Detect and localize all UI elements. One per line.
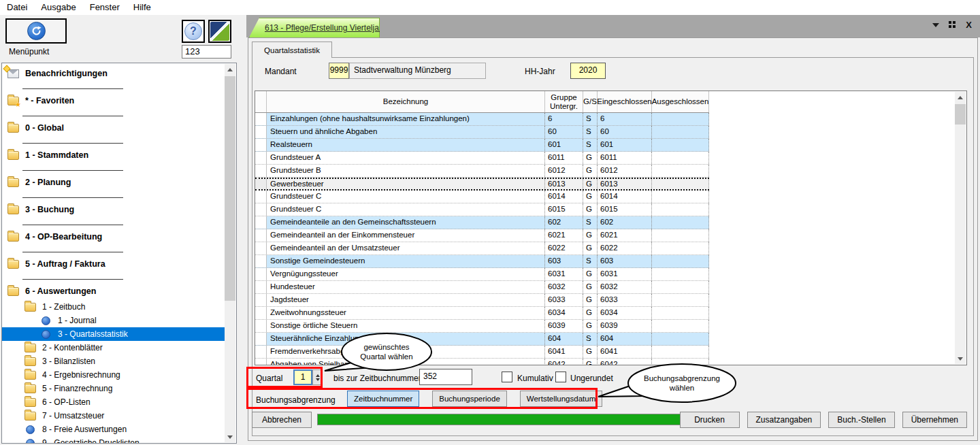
menu-item-ausgabe[interactable]: Ausgabe (34, 0, 82, 14)
cell-ausgeschlossen[interactable] (652, 294, 709, 306)
tab-list-dropdown-icon[interactable] (932, 23, 939, 27)
cell-ausgeschlossen[interactable] (652, 255, 709, 267)
table-row[interactable]: Grundsteuer C6015G6015 (255, 203, 709, 216)
cell-gruppe[interactable]: 6032 (545, 281, 583, 293)
sidebar-item-9-gesetzliche-drucklisten[interactable]: 9 - Gesetzliche Drucklisten (2, 436, 225, 444)
cell-gruppe[interactable]: 6031 (545, 268, 583, 280)
mandant-code-field[interactable]: 9999 (329, 63, 349, 79)
cell-gruppe[interactable]: 6021 (545, 229, 583, 242)
cell-bezeichnung[interactable]: Grundsteuer C (267, 203, 545, 216)
cell-eingeschlossen[interactable]: 6032 (598, 281, 652, 293)
cell-eingeschlossen[interactable]: 6013 (598, 179, 652, 189)
sidebar-item-benachrichtigungen[interactable]: Benachrichtigungen (2, 66, 225, 93)
cell-gruppe[interactable]: 604 (545, 333, 583, 345)
cell-gruppe[interactable]: 60 (545, 126, 583, 138)
sidebar-item-5-auftrag-faktura[interactable]: 5 - Auftrag / Faktura (2, 257, 225, 284)
cell-gs[interactable]: G (583, 281, 598, 293)
sidebar-item-7-umsatzsteuer[interactable]: 7 - Umsatzsteuer (2, 409, 225, 423)
sidebar-item-6-op-listen[interactable]: 6 - OP-Listen (2, 395, 225, 409)
row-selector-cell[interactable] (255, 139, 267, 151)
spinner-down-icon[interactable] (316, 378, 320, 381)
menu-item-fenster[interactable]: Fenster (83, 0, 127, 14)
app-logo-button[interactable] (208, 20, 231, 43)
cell-eingeschlossen[interactable]: 602 (598, 216, 652, 229)
cell-gruppe[interactable]: 601 (545, 139, 583, 151)
cell-ausgeschlossen[interactable] (652, 307, 709, 319)
table-row[interactable]: Steuerähnliche Einzahlungen604S604 (255, 333, 709, 346)
row-selector-cell[interactable] (255, 191, 267, 203)
cell-gs[interactable]: G (583, 229, 598, 242)
cell-gs[interactable]: G (583, 242, 598, 254)
menu-item-hilfe[interactable]: Hilfe (127, 0, 158, 14)
übernehmen-button[interactable]: Übernehmen (902, 412, 967, 428)
cell-ausgeschlossen[interactable] (652, 126, 709, 138)
wertstellungsdatum-button[interactable]: Wertstellungsdatum (520, 391, 602, 407)
cell-eingeschlossen[interactable]: 6031 (598, 268, 652, 280)
cell-eingeschlossen[interactable]: 601 (598, 139, 652, 151)
table-row[interactable]: Grundsteuer B6012G6012 (255, 165, 709, 178)
buch-stellen-button[interactable]: Buch.-Stellen (828, 412, 894, 428)
table-row[interactable]: Abgaben von Spielbanken6042G6042 (255, 359, 709, 365)
cell-bezeichnung[interactable]: Gemeindeanteile an den Gemeinschaftssteu… (267, 216, 545, 229)
cell-gs[interactable]: G (583, 294, 598, 306)
row-selector-cell[interactable] (255, 165, 267, 177)
row-selector-cell[interactable] (255, 216, 267, 229)
cell-gs[interactable]: S (583, 113, 598, 125)
cell-eingeschlossen[interactable]: 6022 (598, 242, 652, 254)
cell-gs[interactable]: G (583, 359, 598, 365)
row-selector-cell[interactable] (255, 242, 267, 254)
row-selector-cell[interactable] (255, 152, 267, 164)
table-row[interactable]: Fremdenverkehrsabgabe6041G6041 (255, 346, 709, 359)
hhjahr-field[interactable]: 2020 (570, 63, 606, 79)
cell-bezeichnung[interactable]: Grundsteuer B (267, 165, 545, 177)
cell-eingeschlossen[interactable]: 603 (598, 255, 652, 267)
cell-ausgeschlossen[interactable] (652, 165, 709, 177)
cell-ausgeschlossen[interactable] (652, 281, 709, 293)
cell-ausgeschlossen[interactable] (652, 268, 709, 280)
abbrechen-button[interactable]: Abbrechen (252, 412, 312, 428)
sidebar-item-favoriten[interactable]: * - Favoriten (2, 93, 225, 120)
cell-bezeichnung[interactable]: Gewerbesteuer (267, 179, 545, 189)
cell-gs[interactable]: G (583, 346, 598, 358)
close-icon[interactable]: X (966, 21, 972, 29)
tab-close-icon[interactable]: X (391, 23, 397, 33)
cell-bezeichnung[interactable]: Abgaben von Spielbanken (267, 359, 545, 365)
sidebar-item-1-zeitbuch[interactable]: 1 - Zeitbuch (2, 300, 225, 314)
row-selector-cell[interactable] (255, 294, 267, 306)
row-selector-cell[interactable] (255, 113, 267, 125)
cell-gruppe[interactable]: 6041 (545, 346, 583, 358)
cell-bezeichnung[interactable]: Einzahlungen (ohne haushaltsunwirksame E… (267, 113, 545, 125)
cell-bezeichnung[interactable]: Fremdenverkehrsabgabe (267, 346, 545, 358)
table-row[interactable]: Gemeindeanteil an der Umsatzsteuer6022G6… (255, 242, 709, 255)
cell-gs[interactable]: G (583, 203, 598, 216)
cell-gs[interactable]: G (583, 268, 598, 280)
sidebar-item-3-quartalsstatistik[interactable]: 3 - Quartalsstatistik (2, 327, 225, 341)
cell-gruppe[interactable]: 6039 (545, 320, 583, 332)
cell-gruppe[interactable]: 6012 (545, 165, 583, 177)
sidebar-item-2-planung[interactable]: 2 - Planung (2, 175, 225, 202)
table-row[interactable]: Gewerbesteuer6013G6013 (255, 178, 709, 191)
sidebar-item-5-finanzrechnung[interactable]: 5 - Finanzrechnung (2, 382, 225, 395)
cell-eingeschlossen[interactable]: 6 (598, 113, 652, 125)
cell-gs[interactable]: G (583, 320, 598, 332)
table-row[interactable]: Vergnügungssteuer6031G6031 (255, 268, 709, 281)
cell-gs[interactable]: S (583, 333, 598, 345)
row-selector-cell[interactable] (255, 203, 267, 216)
scroll-up-icon[interactable] (225, 64, 235, 75)
cell-eingeschlossen[interactable]: 604 (598, 333, 652, 345)
cell-eingeschlossen[interactable]: 6014 (598, 191, 652, 203)
cell-eingeschlossen[interactable]: 6039 (598, 320, 652, 332)
cell-gruppe[interactable]: 6013 (545, 179, 583, 189)
row-selector-cell[interactable] (255, 268, 267, 280)
cell-eingeschlossen[interactable]: 6033 (598, 294, 652, 306)
col-ausgeschlossen[interactable]: Ausgeschlossen (652, 91, 709, 112)
table-row[interactable]: Grundsteuer A6011G6011 (255, 152, 709, 165)
row-selector-cell[interactable] (255, 346, 267, 358)
row-selector-cell[interactable] (255, 359, 267, 365)
cell-bezeichnung[interactable]: Steuern und ähnliche Abgaben (267, 126, 545, 138)
table-row[interactable]: Zweitwohnungssteuer6034G6034 (255, 307, 709, 320)
table-row[interactable]: Sonstige Gemeindesteuern603S603 (255, 255, 709, 268)
cell-bezeichnung[interactable]: Steuerähnliche Einzahlungen (267, 333, 545, 345)
sidebar-item-3-bilanzlisten[interactable]: 3 - Bilanzlisten (2, 355, 225, 368)
spinner-up-icon[interactable] (316, 374, 320, 377)
